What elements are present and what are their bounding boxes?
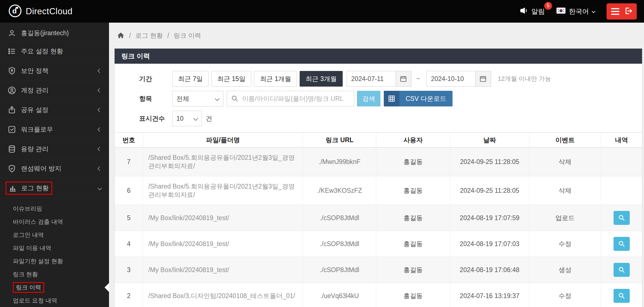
breadcrumb: / 로그 현황 / 링크 이력	[109, 23, 644, 48]
breadcrumb-log-status[interactable]: 로그 현황	[135, 31, 163, 40]
cell-detail	[601, 176, 642, 205]
sidebar-subitem[interactable]: 파일 이용 내역	[0, 241, 109, 254]
sidebar-item-ransomware[interactable]: 랜섬웨어 방지	[0, 159, 109, 179]
cell-no: 5	[115, 205, 143, 231]
table-body: 7/Shared Box/5.회의용공유폴더/2021년2월3일_경영관리부회의…	[115, 147, 642, 307]
search-filter-row: 항목 전체 검색 CSV 다운로드	[139, 91, 634, 106]
sidebar-item-security-policy[interactable]: 보안 정책	[0, 61, 109, 81]
sidebar-subitem[interactable]: 업로드 요청 내역	[0, 294, 109, 307]
calendar-icon	[400, 75, 407, 82]
table-header-row: 번호파일/폴더명링크 URL사용자날짜이벤트내역	[115, 133, 642, 147]
bar-chart-icon	[9, 184, 17, 192]
sidebar-subitem[interactable]: 로그인 내역	[0, 228, 109, 241]
period-button[interactable]: 최근 15일	[211, 71, 251, 87]
directcloud-logo-icon: d	[8, 4, 22, 19]
sidebar-item-label: 워크플로우	[21, 125, 53, 134]
cell-no: 4	[115, 231, 143, 257]
column-header: 이벤트	[529, 133, 601, 147]
sidebar-item-label: 로그 현황	[21, 184, 49, 192]
sidebar-user-label: 홍길동(jirantech)	[21, 29, 69, 37]
sidebar-subitem[interactable]: 파일기한 설정 현황	[0, 254, 109, 268]
period-filter-row: 기간 최근 7일최근 15일최근 1개월최근 3개월 ~	[139, 71, 634, 87]
cell-detail	[601, 205, 642, 231]
filters: 기간 최근 7일최근 15일최근 1개월최근 3개월 ~	[115, 64, 642, 132]
detail-search-button[interactable]	[614, 263, 630, 277]
period-button[interactable]: 최근 7일	[172, 71, 209, 87]
sidebar-user[interactable]: 홍길동(jirantech)	[0, 25, 109, 42]
notification-label: 알림	[531, 7, 545, 16]
annotation-box-link-history: 링크 이력	[13, 282, 44, 293]
sidebar-item-account-management[interactable]: 계정 관리	[0, 81, 109, 100]
hamburger-icon	[611, 8, 619, 15]
item-select[interactable]: 전체	[172, 91, 223, 106]
count-select[interactable]: 10	[172, 111, 202, 126]
sidebar-item-label: 보안 정책	[21, 66, 48, 75]
column-header: 파일/폴더명	[143, 133, 303, 147]
topbar: d DirectCloud 알림 5 한국어	[0, 0, 644, 23]
sidebar-subitem[interactable]: 링크 이력	[0, 281, 109, 294]
brand-name: DirectCloud	[26, 6, 72, 16]
table-grid-icon	[384, 91, 399, 106]
chevron-left-icon	[98, 88, 102, 93]
cell-event: 업로드	[529, 205, 601, 231]
cell-path: /Shared Box/3.디자인팀/20240108_테스트폴더_01/	[143, 283, 303, 307]
period-button[interactable]: 최근 1개월	[254, 71, 297, 87]
sidebar-subitem[interactable]: 이슈브리핑	[0, 202, 109, 215]
search-button[interactable]: 검색	[357, 91, 380, 106]
sidebar-item-settings-overview[interactable]: 주요 설정 현황	[0, 42, 109, 61]
date-to-input[interactable]	[426, 71, 475, 87]
search-input[interactable]	[227, 91, 354, 106]
brand: d DirectCloud	[8, 4, 72, 19]
cell-detail	[601, 283, 642, 307]
checkbox-icon	[8, 125, 16, 134]
calendar-icon	[479, 75, 487, 82]
date-from-calendar-button[interactable]	[396, 71, 411, 87]
cell-event: 삭제	[529, 176, 601, 205]
cell-user: 홍길동	[376, 205, 450, 231]
notification-menu[interactable]: 알림 5	[520, 6, 545, 16]
cell-url: ./ueVq63l4kU	[303, 283, 376, 307]
chevron-left-icon	[98, 166, 102, 171]
breadcrumb-link-history[interactable]: 링크 이력	[174, 31, 201, 40]
sidebar-subitem[interactable]: 링크 현황	[0, 268, 109, 281]
shield-lock-icon	[8, 67, 16, 75]
table-row: 5/My Box/link/20240819_test/./cSOP8JtMdl…	[115, 205, 642, 231]
home-icon[interactable]	[117, 32, 125, 39]
cell-no: 7	[115, 147, 143, 176]
logout-button[interactable]	[619, 3, 637, 20]
sidebar-item-storage-management[interactable]: 용량 관리	[0, 139, 109, 159]
detail-search-button[interactable]	[614, 237, 630, 251]
korea-flag-icon	[557, 8, 565, 15]
annotation-box-log-status: 로그 현황	[6, 182, 52, 195]
shield-check-icon	[8, 165, 16, 173]
share-icon	[8, 106, 16, 114]
detail-search-button[interactable]	[614, 211, 630, 225]
list-icon	[8, 47, 16, 55]
sidebar-subitem[interactable]: 바이러스 검출 내역	[0, 215, 109, 228]
csv-download-button[interactable]: CSV 다운로드	[384, 91, 453, 106]
sidebar-item-share-settings[interactable]: 공유 설정	[0, 100, 109, 120]
cell-date: 2024-08-19 17:07:03	[450, 231, 529, 257]
count-unit: 건	[206, 114, 212, 123]
sidebar-item-workflow[interactable]: 워크플로우	[0, 120, 109, 139]
chevron-left-icon	[98, 69, 102, 73]
detail-search-button[interactable]	[614, 289, 630, 303]
column-header: 날짜	[450, 133, 529, 147]
cell-url: ./MwnJ99bknF	[303, 147, 376, 176]
cell-path: /My Box/link/20240819_test/	[143, 205, 303, 231]
date-from-input[interactable]	[347, 71, 396, 87]
cell-date: 2024-09-25 11:28:05	[450, 176, 529, 205]
date-to-group	[426, 71, 491, 87]
active-item-arrow	[105, 283, 109, 292]
cell-date: 2024-09-25 11:28:05	[450, 147, 529, 176]
cell-event: 삭제	[529, 147, 601, 176]
chevron-down-icon	[592, 9, 595, 13]
language-menu[interactable]: 한국어	[557, 7, 595, 16]
period-button[interactable]: 최근 3개월	[300, 71, 342, 87]
cell-detail	[601, 231, 642, 257]
sidebar-item-log-status[interactable]: 로그 현황	[0, 179, 109, 198]
cell-no: 3	[115, 257, 143, 283]
breadcrumb-separator: /	[167, 32, 169, 39]
date-to-calendar-button[interactable]	[475, 71, 491, 87]
cell-detail	[601, 147, 642, 176]
